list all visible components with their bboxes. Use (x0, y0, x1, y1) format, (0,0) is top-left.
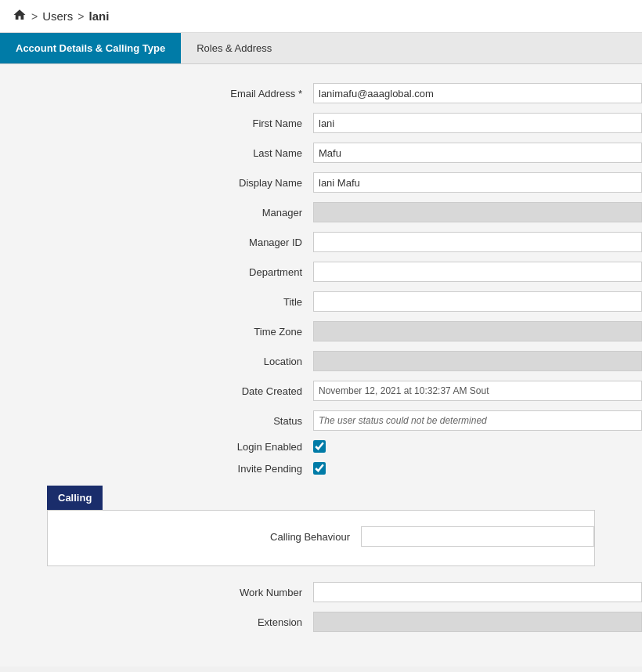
timezone-input[interactable] (313, 321, 642, 341)
loginenabled-checkbox[interactable] (313, 440, 326, 453)
timezone-label: Time Zone (0, 326, 313, 338)
lastname-row: Last Name (0, 139, 642, 166)
managerid-row: Manager ID (0, 229, 642, 255)
timezone-row: Time Zone (0, 318, 642, 345)
department-input[interactable] (313, 262, 642, 282)
callingbehaviour-row: Calling Behaviour (48, 523, 594, 550)
invitepending-checkbox[interactable] (313, 462, 326, 475)
callingbehaviour-input[interactable] (361, 526, 594, 547)
title-row: Title (0, 288, 642, 315)
title-input[interactable] (313, 291, 642, 312)
email-row: Email Address * (0, 80, 642, 107)
loginenabled-checkbox-wrapper (313, 440, 326, 453)
breadcrumb-users-link[interactable]: Users (42, 9, 73, 23)
firstname-label: First Name (0, 117, 313, 129)
displayname-label: Display Name (0, 177, 313, 189)
invitepending-row: Invite Pending (0, 459, 642, 478)
location-label: Location (0, 356, 313, 367)
calling-body: Calling Behaviour (47, 510, 595, 566)
home-icon[interactable] (13, 8, 27, 24)
status-input (313, 410, 642, 431)
displayname-input[interactable] (313, 172, 642, 193)
loginenabled-row: Login Enabled (0, 437, 642, 456)
lastname-input[interactable] (313, 143, 642, 163)
title-label: Title (0, 296, 313, 308)
lastname-label: Last Name (0, 147, 313, 159)
breadcrumb: > Users > lani (0, 0, 642, 33)
loginenabled-label: Login Enabled (0, 441, 313, 453)
tab-roles-address[interactable]: Roles & Address (181, 33, 287, 63)
invitepending-checkbox-wrapper (313, 462, 326, 475)
status-row: Status (0, 407, 642, 434)
location-input[interactable] (313, 351, 642, 371)
breadcrumb-separator-1: > (31, 10, 38, 23)
email-input[interactable] (313, 83, 642, 103)
datecreated-input (313, 381, 642, 401)
displayname-row: Display Name (0, 169, 642, 196)
calling-header: Calling (47, 486, 103, 510)
firstname-row: First Name (0, 110, 642, 136)
manager-label: Manager (0, 207, 313, 219)
invitepending-label: Invite Pending (0, 463, 313, 475)
manager-input[interactable] (313, 202, 642, 222)
tab-account-details[interactable]: Account Details & Calling Type (0, 33, 181, 63)
worknumber-input[interactable] (313, 582, 642, 602)
department-row: Department (0, 258, 642, 285)
department-label: Department (0, 266, 313, 278)
breadcrumb-current-user: lani (89, 9, 110, 23)
managerid-label: Manager ID (0, 237, 313, 248)
tabs-bar: Account Details & Calling Type Roles & A… (0, 33, 642, 64)
managerid-input[interactable] (313, 232, 642, 252)
email-label: Email Address * (0, 88, 313, 99)
extension-input[interactable] (313, 612, 642, 632)
firstname-input[interactable] (313, 113, 642, 133)
status-label: Status (0, 415, 313, 427)
manager-row: Manager (0, 199, 642, 226)
datecreated-row: Date Created (0, 378, 642, 404)
callingbehaviour-label: Calling Behaviour (48, 531, 361, 543)
extension-row: Extension (0, 609, 642, 635)
extension-label: Extension (0, 616, 313, 628)
worknumber-label: Work Number (0, 587, 313, 598)
datecreated-label: Date Created (0, 385, 313, 397)
worknumber-row: Work Number (0, 579, 642, 605)
calling-section: Calling Calling Behaviour (0, 486, 642, 566)
location-row: Location (0, 348, 642, 374)
form-section: Email Address * First Name Last Name Dis… (0, 80, 642, 478)
work-section: Work Number Extension (0, 566, 642, 651)
main-content: Email Address * First Name Last Name Dis… (0, 64, 642, 667)
breadcrumb-separator-2: > (78, 10, 84, 23)
